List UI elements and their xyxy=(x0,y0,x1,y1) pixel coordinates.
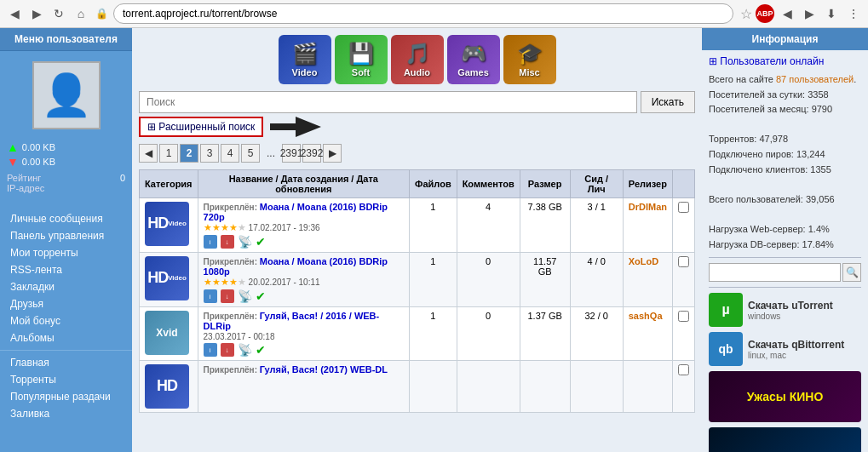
forward-button2[interactable]: ▶ xyxy=(800,4,819,23)
ip-label: IP-адрес xyxy=(7,183,44,193)
download-button[interactable]: ⬇ xyxy=(822,4,841,23)
col-comments: Комментов xyxy=(457,170,520,198)
sidebar-title: Меню пользователя xyxy=(0,28,132,51)
page-2[interactable]: 2 xyxy=(180,144,198,163)
utorrent-sub: windows xyxy=(748,312,833,321)
check-icon: ✔ xyxy=(256,289,266,303)
sidebar-item-albums[interactable]: Альбомы xyxy=(0,329,132,346)
sidebar-item-bookmarks[interactable]: Закладки xyxy=(0,278,132,295)
col-title: Название / Дата создания / Дата обновлен… xyxy=(198,170,410,198)
row-comments xyxy=(457,361,520,413)
category-icons: 🎬 Video 💾 Soft 🎵 Audio 🎮 Games 🎓 Misc xyxy=(139,35,695,84)
cat-misc[interactable]: 🎓 Misc xyxy=(503,35,556,84)
row-seeds: 3 / 1 xyxy=(570,198,623,253)
utorrent-label: Скачать uTorrent xyxy=(748,300,833,312)
sidebar-item-bonus[interactable]: Мой бонус xyxy=(0,312,132,329)
soft-icon: 💾 xyxy=(348,42,374,66)
download-speed: 0.00 KB xyxy=(22,157,55,167)
cat-soft[interactable]: 💾 Soft xyxy=(335,35,388,84)
qbittorrent-download-link[interactable]: qb Скачать qBittorrent linux, mac xyxy=(709,332,861,366)
torrent-date: 23.03.2017 - 00:18 xyxy=(204,332,275,341)
page-5[interactable]: 5 xyxy=(241,144,260,163)
relizer-link[interactable]: DrDIMan xyxy=(629,202,667,212)
torrent-date: 20.02.2017 - 10:11 xyxy=(249,277,320,287)
row-checkbox[interactable] xyxy=(678,311,689,322)
row-seeds: 32 / 0 xyxy=(570,307,623,361)
cat-audio-label: Audio xyxy=(404,67,430,77)
home-button[interactable]: ⌂ xyxy=(72,4,90,23)
abp-badge: ABP xyxy=(756,4,774,23)
row-checkbox-cell xyxy=(673,361,695,413)
menu-button[interactable]: ⋮ xyxy=(844,4,863,23)
cat-video[interactable]: 🎬 Video xyxy=(279,35,331,84)
film-banner[interactable]: Ужасы КИНО xyxy=(709,371,861,422)
page-prev[interactable]: ◀ xyxy=(139,144,158,163)
forward-button[interactable]: ▶ xyxy=(27,4,46,23)
page-2391[interactable]: 2391 xyxy=(282,144,301,163)
cat-thumb-xvid: Xvid xyxy=(145,311,189,355)
row-checkbox[interactable] xyxy=(678,202,689,213)
row-files: 1 xyxy=(410,253,457,307)
row-title-cell: Прикреплён: Гуляй, Вася! (2017) WEB-DL xyxy=(198,361,410,413)
sidebar-item-popular[interactable]: Популярные раздачи xyxy=(0,388,132,405)
page-2392[interactable]: 2392 xyxy=(302,144,321,163)
sidebar-item-torrents[interactable]: Торренты xyxy=(0,371,132,388)
row-checkbox-cell xyxy=(673,253,695,307)
relizer-link[interactable]: XoLoD xyxy=(629,256,658,266)
sidebar-item-friends[interactable]: Друзья xyxy=(0,295,132,312)
cat-audio[interactable]: 🎵 Audio xyxy=(391,35,444,84)
row-seeds: 4 / 0 xyxy=(570,253,623,307)
relizer-link[interactable]: sashQa xyxy=(629,311,663,321)
avatar: 👤 xyxy=(32,61,101,129)
reload-button[interactable]: ↻ xyxy=(49,4,68,23)
video-icon: 🎬 xyxy=(292,42,318,66)
address-bar[interactable] xyxy=(113,3,733,24)
page-1[interactable]: 1 xyxy=(159,144,178,163)
torrent-title-link[interactable]: Прикреплён: Гуляй, Вася! (2017) WEB-DL xyxy=(204,364,388,375)
rating-label: Рейтинг xyxy=(7,173,41,183)
right-search-button[interactable]: 🔍 xyxy=(842,263,861,282)
cat-thumb-hd: HD Video xyxy=(145,256,189,300)
torrent-stars: ★★★★ xyxy=(204,222,238,232)
sidebar-item-upload[interactable]: Заливка xyxy=(0,405,132,422)
info-badge: i xyxy=(204,343,217,357)
page-next[interactable]: ▶ xyxy=(323,144,342,163)
back-button2[interactable]: ◀ xyxy=(778,4,796,23)
back-button[interactable]: ◀ xyxy=(5,4,24,23)
sidebar-item-rss[interactable]: RSS-лента xyxy=(0,261,132,278)
user-icon: 👤 xyxy=(41,72,92,119)
torrent-date: 17.02.2017 - 19:36 xyxy=(249,223,320,232)
torrent-title-link[interactable]: Прикреплён: Моана / Moana (2016) BDRip 7… xyxy=(204,202,388,222)
page-4[interactable]: 4 xyxy=(221,144,239,163)
sidebar-item-home[interactable]: Главная xyxy=(0,354,132,371)
page-3[interactable]: 3 xyxy=(200,144,219,163)
utorrent-download-link[interactable]: µ Скачать uTorrent windows xyxy=(709,293,861,327)
row-relizer xyxy=(623,361,672,413)
cat-misc-label: Misc xyxy=(519,67,539,77)
cat-games[interactable]: 🎮 Games xyxy=(447,35,500,84)
row-checkbox[interactable] xyxy=(678,364,689,375)
search-input[interactable] xyxy=(139,91,637,113)
torrent-stars: ★★★★ xyxy=(204,277,238,287)
cs-banner[interactable]: CS Game ▲ xyxy=(709,427,861,452)
cat-thumb-hd: HD Video xyxy=(145,202,189,246)
torrent-title-link[interactable]: Прикреплён: Моана / Moana (2016) BDRip 1… xyxy=(204,256,388,277)
cat-thumb-hd: HD xyxy=(145,364,189,409)
search-icon: 🔍 xyxy=(846,266,859,278)
row-checkbox[interactable] xyxy=(678,256,689,267)
online-users-link[interactable]: ⊞ Пользователи онлайн xyxy=(709,55,861,67)
bookmark-icon[interactable]: ☆ xyxy=(740,6,752,22)
site-stats: Всего на сайте 87 пользователей. Посетит… xyxy=(709,72,861,252)
arrow-indicator xyxy=(270,117,321,137)
search-button[interactable]: Искать xyxy=(641,91,695,113)
advanced-search-toggle[interactable]: ⊞ Расширенный поиск xyxy=(139,117,263,137)
sidebar-item-mytorrents[interactable]: Мои торренты xyxy=(0,244,132,261)
sidebar-item-panel[interactable]: Панель управления xyxy=(0,227,132,244)
download-arrow-icon: ▼ xyxy=(7,155,19,169)
right-search-input[interactable] xyxy=(709,263,841,282)
left-sidebar: Меню пользователя 👤 ▲ 0.00 KB ▼ 0.00 KB … xyxy=(0,28,132,452)
row-relizer: DrDIMan xyxy=(623,198,672,253)
torrent-title-link[interactable]: Прикреплён: Гуляй, Вася! / 2016 / WEB-DL… xyxy=(204,311,380,331)
download-badge: ↓ xyxy=(221,235,234,249)
sidebar-item-messages[interactable]: Личные сообщения xyxy=(0,210,132,227)
